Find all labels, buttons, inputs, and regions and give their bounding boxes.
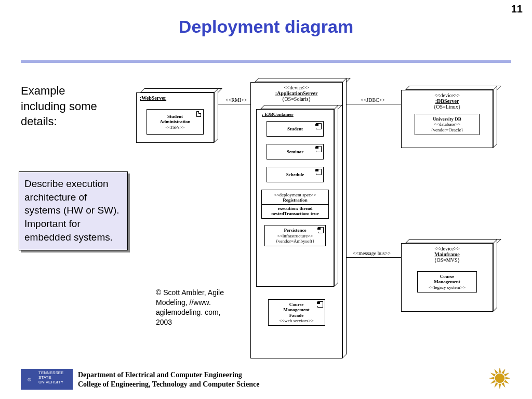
component-icon — [315, 123, 322, 128]
footer-text: Department of Electrical and Computer En… — [78, 370, 259, 389]
node-webserver: :WebServer Student Administration <<JSPs… — [136, 88, 218, 143]
connector-rmi — [214, 104, 250, 104]
connector-msgbus-label: <<message bus>> — [352, 250, 392, 256]
webserver-component: Student Administration <<JSPs>> — [147, 109, 204, 135]
webserver-name: :WebServer — [140, 95, 166, 101]
component-student: Student — [267, 121, 324, 137]
component-schedule: Schedule — [267, 167, 324, 182]
page-number: 11 — [511, 3, 523, 15]
deployment-spec: <<deployment spec>> Registration executi… — [261, 190, 329, 219]
ejb-name: : EJBContainer — [260, 111, 330, 118]
title-divider — [21, 60, 511, 63]
connector-jdbc-label: <<JDBC>> — [360, 97, 386, 103]
component-facade: Course Management Facade <<web services>… — [268, 299, 325, 326]
university-logo: ◎ TENNESSEE STATE UNIVERSITY — [21, 369, 73, 390]
component-icon — [317, 227, 324, 232]
footer: ◎ TENNESSEE STATE UNIVERSITY Department … — [21, 365, 511, 390]
connector-rmi-label: <<RMI>> — [224, 97, 248, 103]
deployment-diagram: <<RMI>> <<JDBC>> <<message bus>> :WebSer… — [131, 73, 526, 369]
component-persistence: Persistence <<infrastructure>> {vendor=A… — [264, 225, 326, 246]
nsf-logo-icon — [488, 367, 511, 390]
node-ejbcontainer: : EJBContainer Student Seminar Schedule — [256, 105, 338, 287]
connector-jdbc — [344, 104, 401, 104]
node-appserver: <<device>> :ApplicationServer {OS=Solari… — [250, 78, 347, 358]
component-coursemgmt: Course Management <<legacy system>> — [417, 271, 477, 292]
node-dbserver: <<device>> :DBServer {OS=Linux} Universi… — [401, 86, 497, 148]
connector-msgbus — [344, 257, 401, 258]
component-seminar: Seminar — [267, 144, 324, 159]
document-icon — [196, 111, 201, 117]
component-universitydb: University DB <<database>> {vendor=Oracl… — [415, 114, 480, 135]
slide-title: Deployment diagram — [0, 17, 532, 37]
svg-point-0 — [495, 374, 504, 383]
component-icon — [315, 146, 322, 151]
component-icon — [317, 301, 323, 307]
intro-text: Example including some details: — [21, 83, 104, 129]
node-mainframe: <<device>> Mainframe {OS=MVS} Course Man… — [401, 239, 497, 312]
description-box: Describe execution architecture of syste… — [19, 171, 128, 250]
component-icon — [315, 169, 322, 174]
